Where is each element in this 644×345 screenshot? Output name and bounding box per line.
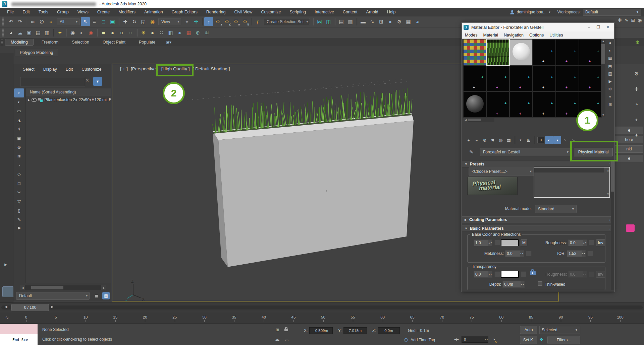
ribbon-tab-freeform[interactable]: Freeform [36, 39, 64, 45]
absolute-offset-toggle-icon[interactable]: ▭ [283, 336, 290, 344]
unlink-selection-icon[interactable]: ∅ [37, 17, 46, 26]
display-none-filter-icon[interactable]: ○ [14, 88, 24, 97]
explorer-menu-edit[interactable]: Edit [66, 67, 73, 72]
visibility-eye-icon[interactable] [32, 98, 37, 102]
video-post-icon[interactable]: ◉ [86, 28, 95, 37]
time-slider[interactable]: ◀ 0 / 100 ▶ [0, 302, 644, 312]
display-children-filter-icon[interactable]: ◐ [14, 97, 24, 107]
toolbar-grip[interactable] [2, 28, 4, 37]
time-slider-handle[interactable]: 0 / 100 [11, 304, 49, 311]
depth-spinner[interactable]: 0.0m ▲▼ [502, 281, 525, 288]
pick-material-from-object-icon[interactable]: ⌖ [517, 136, 525, 144]
create-tab-icon[interactable]: ✚ [618, 17, 622, 23]
helpers-filter-icon[interactable]: ⊕ [14, 143, 24, 152]
shapes-filter-icon[interactable]: ◮ [14, 116, 24, 125]
scrollbar-thumb[interactable] [611, 161, 614, 192]
scroll-left-icon[interactable]: ◀ [20, 285, 25, 290]
paint-deform-icon[interactable]: ◧ [166, 28, 175, 37]
add-time-tag[interactable]: Add Time Tag [411, 338, 435, 342]
select-and-link-icon[interactable]: ∞ [28, 17, 37, 26]
make-preview-icon[interactable]: ▶ [607, 78, 613, 85]
explorer-filter-button[interactable]: ▼ [93, 77, 102, 86]
render-setup-icon[interactable]: ⚙ [395, 17, 404, 26]
xref-filter-icon[interactable]: ✂ [14, 188, 24, 197]
y-coordinate-field[interactable]: 7.018m [343, 327, 367, 334]
material-sample-slot[interactable]: ++ [533, 66, 555, 91]
put-to-scene-icon[interactable]: ▦ [505, 136, 513, 144]
preset-list-box[interactable]: ∧ ∨ [534, 167, 610, 198]
command-motion-icon[interactable]: ◔ [632, 100, 641, 109]
spinner-arrows-icon[interactable]: ▲▼ [583, 271, 587, 277]
align-icon[interactable]: ◫ [324, 17, 333, 26]
spinner-arrows-icon[interactable]: ▲▼ [488, 271, 492, 277]
material-sample-slot[interactable]: ++ [510, 66, 532, 91]
base-weight-spinner[interactable]: 1.0 ▲▼ [474, 239, 492, 246]
select-object-icon[interactable]: ↖ [81, 17, 90, 26]
ribbon-grip[interactable] [1, 39, 3, 46]
modify-tab-icon[interactable]: ∿ [625, 17, 629, 23]
material-sample-slot[interactable]: ++ [556, 66, 579, 91]
thin-walled-checkbox[interactable] [538, 281, 542, 286]
metalness-spinner[interactable]: 0.0 ▲▼ [505, 250, 524, 257]
parameters-vertical-scrollbar[interactable] [611, 161, 614, 290]
menu-file[interactable]: File [3, 8, 18, 16]
spacewarps-filter-icon[interactable]: ≋ [14, 152, 24, 161]
spinner-arrows-icon[interactable]: ▲▼ [521, 281, 524, 287]
ior-map-button[interactable] [587, 251, 593, 256]
render-teapot-icon[interactable]: ◕ [6, 28, 15, 37]
rendered-frame-window-icon[interactable]: ▦ [404, 17, 413, 26]
redo-icon[interactable]: ↷ [15, 17, 24, 26]
clear-search-icon[interactable]: ✕ [85, 78, 89, 83]
transparency-color-swatch[interactable] [501, 271, 519, 278]
toggle-layer-explorer-icon[interactable]: ▥ [346, 17, 355, 26]
select-by-name-icon[interactable]: ≡ [90, 17, 99, 26]
material-map-navigator-icon[interactable]: ⊞ [607, 101, 613, 108]
workspace-dropdown[interactable]: Default ▼ [583, 9, 641, 16]
base-weight-map-button[interactable] [494, 240, 500, 246]
material-sample-slot[interactable] [464, 92, 486, 117]
particles-filter-icon[interactable]: ◔ [14, 161, 24, 170]
material-sample-slot[interactable]: ++ [556, 92, 579, 117]
material-sample-slot[interactable]: ++ [487, 92, 509, 117]
camera-icon[interactable]: ◉ [68, 28, 77, 37]
cameras-filter-icon[interactable]: ▣ [14, 134, 24, 143]
snow-particles-icon[interactable]: ∷ [157, 28, 166, 37]
transparency-color-map-button[interactable] [521, 271, 526, 277]
snaps-toggle-icon[interactable]: ↑ [204, 17, 213, 26]
material-sample-slot[interactable]: ++ [487, 66, 509, 91]
material-editor-icon[interactable]: ● [386, 17, 395, 26]
toggle-scene-explorer-icon[interactable]: ▤ [337, 17, 346, 26]
command-create-icon[interactable]: ✛ [632, 84, 641, 93]
scroll-up-icon[interactable]: ∧ [607, 169, 609, 172]
set-key-button[interactable]: Set K. [520, 336, 537, 344]
explorer-horizontal-scrollbar[interactable]: ◀ ▶ [20, 285, 106, 290]
menu-tools[interactable]: Tools [34, 8, 53, 16]
background-icon[interactable]: ▦ [607, 55, 613, 62]
coating-parameters-rollout-header[interactable]: ▶ Coating Parameters ∷ [462, 216, 614, 223]
listener-macro-row[interactable] [0, 324, 38, 334]
bones-filter-icon[interactable]: ◇ [14, 170, 24, 179]
current-frame-field[interactable]: 0 ▲▼ [462, 336, 488, 343]
viewport-shading-label[interactable]: [ Default Shading ] [193, 66, 230, 71]
color-swatch[interactable] [626, 224, 635, 232]
menu-create[interactable]: Create [93, 8, 114, 16]
transparency-roughness-invert-button[interactable]: Inv [596, 271, 605, 278]
select-by-material-icon[interactable]: ⌖ [607, 93, 613, 100]
material-options-icon[interactable]: ⚙ [607, 86, 613, 92]
assemblies-filter-icon[interactable]: ✎ [14, 215, 24, 224]
menu-edit[interactable]: Edit [18, 8, 34, 16]
scroll-down-icon[interactable]: ▼ [601, 114, 605, 117]
viewport-general-menu[interactable]: [ + ] [120, 66, 128, 71]
mini-curve-editor-icon[interactable]: ∿ [3, 314, 11, 321]
geometry-filter-icon[interactable]: ▭ [14, 107, 24, 116]
plant-tool-icon[interactable]: ✻ [635, 40, 640, 46]
show-realistic-material-in-viewport-icon[interactable]: ◑ [553, 136, 561, 144]
command-utilities-icon[interactable]: ⚙ [632, 69, 641, 78]
get-material-icon[interactable]: ● [465, 136, 473, 144]
command-panel-truncated-button[interactable]: e [615, 155, 643, 162]
base-color-map-button[interactable]: M [521, 239, 527, 246]
menu-interactive[interactable]: Interactive [310, 8, 338, 16]
ribbon-tab-selection[interactable]: Selection [66, 39, 94, 45]
menu-arnold[interactable]: Arnold [362, 8, 383, 16]
track-bar[interactable]: ∿ 05101520253035404550556065707580859095… [0, 312, 644, 323]
